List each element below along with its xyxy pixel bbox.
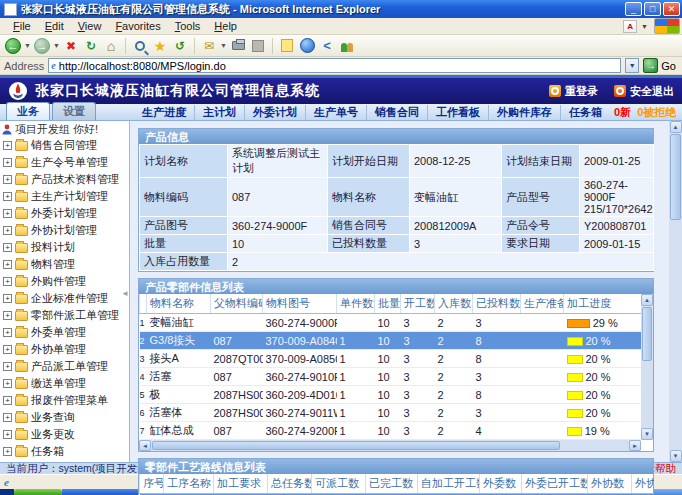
expand-icon[interactable] [3, 294, 12, 303]
col-parent-code[interactable]: 父物料编码 [211, 294, 263, 314]
expand-icon[interactable] [3, 260, 12, 269]
table-row[interactable]: 4活塞087360-274-9010F110323 20 % [140, 368, 642, 386]
table-row[interactable]: 6活塞体2087HS002360-274-9011W110323 20 % [140, 404, 642, 422]
col-started[interactable]: 开工数 [401, 294, 435, 314]
search-button[interactable] [131, 37, 149, 55]
nav-master-plan[interactable]: 主计划 [195, 105, 245, 120]
col-total-tasks[interactable]: 总任务数 [268, 474, 312, 494]
sidebar-item-order-no[interactable]: 生产令号单管理 [0, 154, 129, 171]
home-button[interactable]: ⌂ [102, 37, 120, 55]
address-dropdown-icon[interactable]: ▼ [625, 58, 639, 73]
adobe-pdf-icon[interactable]: A [623, 20, 637, 33]
sidebar-item-task-box[interactable]: 任务箱 [0, 443, 129, 460]
sidebar-item-purchased[interactable]: 外购件管理 [0, 273, 129, 290]
tab-settings[interactable]: 设置 [52, 102, 96, 120]
table-row[interactable]: 1变幅油缸360-274-9000F10323 29 % [140, 314, 642, 332]
table-row-selected[interactable]: 2G3/8接头087370-009-A0840110328 20 % [140, 332, 642, 350]
sidebar-item-business-change[interactable]: 业务更改 [0, 426, 129, 443]
expand-icon[interactable] [3, 158, 12, 167]
mail-button[interactable]: ✉ [200, 37, 218, 55]
scroll-thumb[interactable] [642, 307, 652, 361]
menu-file[interactable]: File [6, 19, 38, 33]
expand-icon[interactable] [3, 345, 12, 354]
expand-icon[interactable] [3, 430, 12, 439]
col-seq[interactable]: 序号 [140, 474, 164, 494]
back-button[interactable]: ← [4, 37, 22, 55]
col-finished[interactable]: 已完工数 [366, 474, 418, 494]
col-issued[interactable]: 已投料数 [473, 294, 521, 314]
relogin-button[interactable]: 重登录 [549, 84, 598, 99]
sidebar-item-feed-plan[interactable]: 投料计划 [0, 239, 129, 256]
scroll-right-icon[interactable]: ► [629, 440, 641, 451]
sidebar-item-standard-parts[interactable]: 企业标准件管理 [0, 290, 129, 307]
minimize-button[interactable]: _ [625, 2, 642, 16]
start-button-edge[interactable] [14, 489, 62, 495]
expand-icon[interactable] [3, 447, 12, 456]
expand-icon[interactable] [3, 396, 12, 405]
menu-tools[interactable]: Tools [168, 19, 208, 33]
sidebar-item-product-dispatch[interactable]: 产品派工单管理 [0, 358, 129, 375]
col-coop-cut[interactable]: 外协 [632, 474, 654, 494]
col-dispatchable[interactable]: 可派工数 [312, 474, 366, 494]
sidebar-item-material[interactable]: 物料管理 [0, 256, 129, 273]
col-prep[interactable]: 生产准备 [521, 294, 564, 314]
page-vertical-scrollbar[interactable]: ▲ ▼ [669, 121, 682, 462]
col-batch[interactable]: 批量 [375, 294, 401, 314]
col-outsourced-started[interactable]: 外委已开工数 [522, 474, 588, 494]
sidebar-collapse-handle[interactable]: ◄ [121, 289, 129, 298]
favorites-button[interactable]: ★ [151, 37, 169, 55]
sidebar-item-delivery-order[interactable]: 缴送单管理 [0, 375, 129, 392]
expand-icon[interactable] [3, 328, 12, 337]
safe-exit-button[interactable]: 安全退出 [614, 84, 674, 99]
expand-icon[interactable] [3, 209, 12, 218]
col-outsourced[interactable]: 外委数 [480, 474, 522, 494]
expand-icon[interactable] [3, 192, 12, 201]
menu-help[interactable]: Help [207, 19, 244, 33]
tab-business[interactable]: 业务 [6, 102, 50, 120]
forward-dropdown-icon[interactable]: ▼ [53, 42, 60, 49]
contacts-icon[interactable] [338, 37, 356, 55]
expand-icon[interactable] [3, 362, 12, 371]
nav-sales-contract[interactable]: 销售合同 [367, 105, 428, 120]
edit-button[interactable] [249, 37, 267, 55]
sidebar-item-business-query[interactable]: 业务查询 [0, 409, 129, 426]
badge-new[interactable]: 0新 [614, 105, 631, 120]
badge-rejected[interactable]: 0被拒绝 [637, 105, 676, 120]
mail-dropdown-icon[interactable]: ▼ [220, 42, 227, 49]
scroll-thumb[interactable] [152, 441, 560, 450]
col-coop[interactable]: 外协数 [588, 474, 632, 494]
table-row[interactable]: 7缸体总成087360-274-9200F110324 19 % [140, 422, 642, 440]
expand-icon[interactable] [3, 413, 12, 422]
table-row[interactable]: 5极2087HS002360-209-4D010110328 20 % [140, 386, 642, 404]
history-button[interactable]: ↺ [171, 37, 189, 55]
expand-icon[interactable] [3, 226, 12, 235]
col-unit-qty[interactable]: 单件数量 [337, 294, 375, 314]
col-drawing-no[interactable]: 物料图号 [263, 294, 337, 314]
menu-favorites[interactable]: Favorites [108, 19, 167, 33]
sidebar-item-sales-contract[interactable]: 销售合同管理 [0, 137, 129, 154]
address-input[interactable] [59, 59, 619, 72]
nav-outsource-plan[interactable]: 外委计划 [245, 105, 306, 120]
menu-edit[interactable]: Edit [38, 19, 71, 33]
nav-task-box[interactable]: 任务箱 [561, 105, 610, 120]
go-button[interactable]: → Go [643, 58, 678, 73]
adobe-dropdown-icon[interactable]: ▼ [637, 23, 652, 30]
expand-icon[interactable] [3, 379, 12, 388]
expand-icon[interactable] [3, 141, 12, 150]
sidebar-item-part-dispatch[interactable]: 零部件派工单管理 [0, 307, 129, 324]
expand-icon[interactable] [3, 243, 12, 252]
col-requirement[interactable]: 加工要求 [214, 474, 268, 494]
print-button[interactable] [229, 37, 247, 55]
nav-work-board[interactable]: 工作看板 [428, 105, 489, 120]
scroll-left-icon[interactable]: ◄ [139, 440, 151, 451]
expand-icon[interactable] [3, 175, 12, 184]
maximize-button[interactable]: □ [644, 2, 661, 16]
col-process-name[interactable]: 工序名称 [164, 474, 214, 494]
scroll-up-icon[interactable]: ▲ [641, 294, 653, 306]
refresh-button[interactable]: ↻ [82, 37, 100, 55]
scroll-up-icon[interactable]: ▲ [670, 121, 682, 133]
col-self-started[interactable]: 自加工开工数 [418, 474, 480, 494]
sidebar-item-outsource-plan[interactable]: 外委计划管理 [0, 205, 129, 222]
globe-button[interactable] [298, 37, 316, 55]
scroll-down-icon[interactable]: ▼ [641, 428, 653, 440]
